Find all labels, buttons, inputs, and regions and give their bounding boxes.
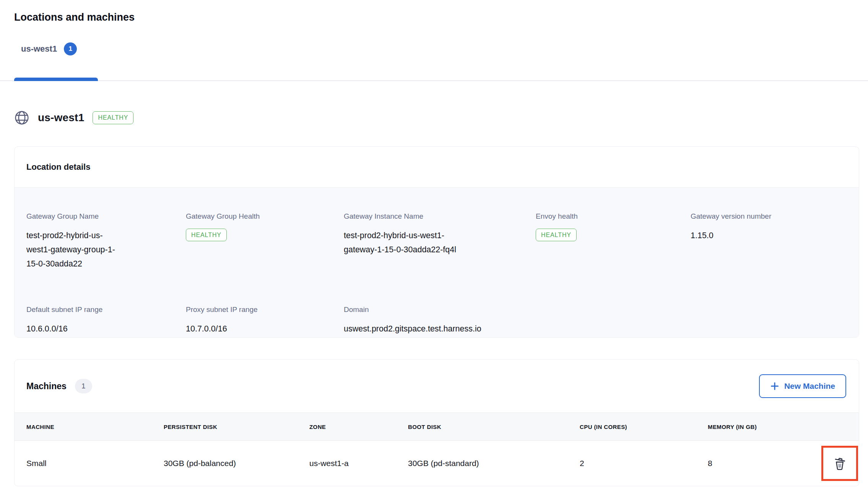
- machines-table-header: MACHINE PERSISTENT DISK ZONE BOOT DISK C…: [15, 413, 859, 441]
- tab-label: us-west1: [21, 44, 57, 54]
- field-label: Gateway version number: [691, 212, 847, 221]
- field-gateway-instance-name: Gateway Instance Name test-prod2-hybrid-…: [344, 212, 536, 271]
- cell-persistent-disk: 30GB (pd-balanced): [164, 459, 309, 468]
- detail-row-2: Default subnet IP range 10.6.0.0/16 Prox…: [26, 305, 847, 336]
- column-header-cpu: CPU (IN CORES): [580, 424, 708, 430]
- field-value: 10.7.0.0/16: [186, 322, 344, 336]
- plus-icon: [770, 382, 779, 391]
- column-header-persistent-disk: PERSISTENT DISK: [164, 424, 309, 430]
- machines-title: Machines: [26, 381, 67, 391]
- location-details-card: Location details Gateway Group Name test…: [14, 146, 859, 338]
- location-details-body: Gateway Group Name test-prod2-hybrid-us-…: [15, 188, 859, 337]
- field-label: Proxy subnet IP range: [186, 305, 344, 314]
- location-details-title: Location details: [26, 162, 90, 172]
- row-actions: [821, 446, 860, 481]
- region-name: us-west1: [38, 112, 84, 124]
- column-header-machine: MACHINE: [26, 424, 164, 430]
- machines-count-badge: 1: [75, 379, 92, 393]
- globe-icon: [14, 110, 29, 125]
- gateway-group-health-badge: HEALTHY: [186, 229, 227, 241]
- page: Locations and machines us-west1 1 us-wes…: [0, 0, 868, 497]
- field-default-subnet: Default subnet IP range 10.6.0.0/16: [26, 305, 186, 336]
- region-header: us-west1 HEALTHY: [14, 110, 133, 125]
- field-label: Envoy health: [536, 212, 691, 221]
- field-envoy-health: Envoy health HEALTHY: [536, 212, 691, 271]
- tab-count-badge: 1: [64, 42, 77, 55]
- field-gateway-group-name: Gateway Group Name test-prod2-hybrid-us-…: [26, 212, 186, 271]
- field-label: Gateway Instance Name: [344, 212, 536, 221]
- field-label: Gateway Group Health: [186, 212, 344, 221]
- cell-zone: us-west1-a: [309, 459, 408, 468]
- cell-machine: Small: [26, 459, 164, 468]
- field-gateway-group-health: Gateway Group Health HEALTHY: [186, 212, 344, 271]
- machines-card: Machines 1 New Machine MACHINE PERSISTEN…: [14, 359, 859, 486]
- field-label: Domain: [344, 305, 847, 314]
- region-status-badge: HEALTHY: [93, 111, 133, 124]
- field-domain: Domain uswest.prod2.gitspace.test.harnes…: [344, 305, 847, 336]
- field-label: Default subnet IP range: [26, 305, 186, 314]
- field-value: test-prod2-hybrid-us-west1-gateway-group…: [26, 229, 116, 271]
- cell-boot-disk: 30GB (pd-standard): [408, 459, 580, 468]
- detail-row-1: Gateway Group Name test-prod2-hybrid-us-…: [26, 212, 847, 271]
- field-value: 1.15.0: [691, 229, 847, 243]
- page-title: Locations and machines: [14, 11, 135, 23]
- cell-memory: 8: [708, 459, 821, 468]
- field-value: uswest.prod2.gitspace.test.harness.io: [344, 322, 847, 336]
- field-gateway-version: Gateway version number 1.15.0: [691, 212, 847, 271]
- location-details-header: Location details: [15, 147, 859, 188]
- field-value: 10.6.0.0/16: [26, 322, 186, 336]
- column-header-memory: MEMORY (IN GB): [708, 424, 821, 430]
- tab-bar: us-west1 1: [0, 36, 868, 81]
- trash-icon: [832, 456, 847, 471]
- field-proxy-subnet: Proxy subnet IP range 10.7.0.0/16: [186, 305, 344, 336]
- column-header-boot-disk: BOOT DISK: [408, 424, 580, 430]
- field-value: test-prod2-hybrid-us-west1-gateway-1-15-…: [344, 229, 458, 257]
- field-label: Gateway Group Name: [26, 212, 186, 221]
- cell-cpu: 2: [580, 459, 708, 468]
- table-row: Small 30GB (pd-balanced) us-west1-a 30GB…: [15, 441, 859, 486]
- envoy-health-badge: HEALTHY: [536, 229, 577, 241]
- delete-machine-button[interactable]: [821, 446, 858, 481]
- tab-us-west1[interactable]: us-west1 1: [21, 42, 77, 55]
- new-machine-button-label: New Machine: [784, 382, 835, 391]
- new-machine-button[interactable]: New Machine: [759, 374, 846, 398]
- column-header-zone: ZONE: [309, 424, 408, 430]
- machines-header: Machines 1 New Machine: [15, 360, 859, 413]
- active-tab-indicator: [14, 78, 98, 81]
